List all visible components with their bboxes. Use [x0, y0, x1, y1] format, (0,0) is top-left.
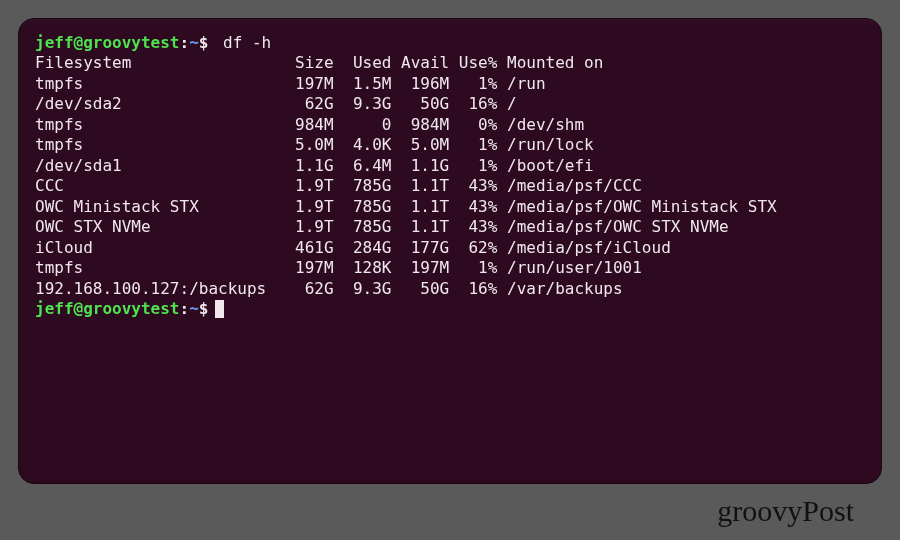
df-row: OWC Ministack STX 1.9T 785G 1.1T 43% /me…	[35, 197, 865, 217]
watermark-text: groovyPost	[18, 484, 882, 528]
df-row: CCC 1.9T 785G 1.1T 43% /media/psf/CCC	[35, 176, 865, 196]
prompt-user: jeff	[35, 299, 74, 318]
prompt-colon: :	[180, 33, 190, 52]
prompt-line-2: jeff@groovytest:~$	[35, 299, 865, 319]
df-row: 192.168.100.127:/backups 62G 9.3G 50G 16…	[35, 279, 865, 299]
df-row: tmpfs 984M 0 984M 0% /dev/shm	[35, 115, 865, 135]
prompt-dollar: $	[199, 33, 209, 52]
cursor-block	[215, 300, 224, 318]
df-row: /dev/sda1 1.1G 6.4M 1.1G 1% /boot/efi	[35, 156, 865, 176]
df-row: iCloud 461G 284G 177G 62% /media/psf/iCl…	[35, 238, 865, 258]
prompt-dollar: $	[199, 299, 209, 318]
df-row: OWC STX NVMe 1.9T 785G 1.1T 43% /media/p…	[35, 217, 865, 237]
screenshot-wrapper: jeff@groovytest:~$ df -h Filesystem Size…	[0, 0, 900, 540]
prompt-path: ~	[189, 33, 199, 52]
prompt-host: groovytest	[83, 299, 179, 318]
df-header-row: Filesystem Size Used Avail Use% Mounted …	[35, 53, 865, 73]
prompt-path: ~	[189, 299, 199, 318]
prompt-host: groovytest	[83, 33, 179, 52]
prompt-at: @	[74, 33, 84, 52]
terminal-window[interactable]: jeff@groovytest:~$ df -h Filesystem Size…	[18, 18, 882, 484]
prompt-colon: :	[180, 299, 190, 318]
df-row: tmpfs 197M 128K 197M 1% /run/user/1001	[35, 258, 865, 278]
prompt-user: jeff	[35, 33, 74, 52]
prompt-at: @	[74, 299, 84, 318]
window-titlebar	[19, 19, 881, 29]
command-text: df -h	[223, 33, 271, 52]
df-body: tmpfs 197M 1.5M 196M 1% /run/dev/sda2 62…	[35, 74, 865, 299]
df-row: tmpfs 5.0M 4.0K 5.0M 1% /run/lock	[35, 135, 865, 155]
df-row: /dev/sda2 62G 9.3G 50G 16% /	[35, 94, 865, 114]
prompt-line-1: jeff@groovytest:~$ df -h	[35, 33, 865, 53]
df-row: tmpfs 197M 1.5M 196M 1% /run	[35, 74, 865, 94]
